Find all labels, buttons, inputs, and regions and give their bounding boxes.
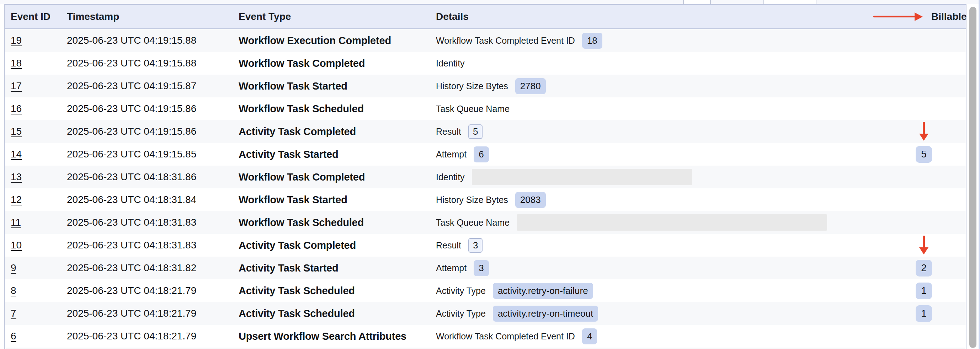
detail-label: Attempt — [436, 263, 466, 273]
event-type: Activity Task Scheduled — [233, 285, 430, 297]
detail-label: History Size Bytes — [436, 195, 508, 205]
event-row[interactable]: 15 2025-06-23 UTC 04:19:15.86 Activity T… — [5, 120, 966, 143]
annotation-arrow-right-icon — [873, 13, 923, 21]
event-row[interactable]: 19 2025-06-23 UTC 04:19:15.88 Workflow E… — [5, 29, 966, 52]
annotation-arrow-down-icon — [919, 122, 928, 141]
event-timestamp: 2025-06-23 UTC 04:19:15.86 — [61, 103, 233, 114]
detail-label: Identity — [436, 172, 465, 182]
event-timestamp: 2025-06-23 UTC 04:19:15.86 — [61, 126, 233, 137]
event-row[interactable]: 14 2025-06-23 UTC 04:19:15.85 Activity T… — [5, 143, 966, 166]
detail-value-badge: activity.retry-on-timeout — [493, 306, 598, 322]
event-type: Workflow Task Started — [233, 194, 430, 206]
event-row[interactable]: 11 2025-06-23 UTC 04:18:31.83 Workflow T… — [5, 211, 966, 234]
detail-label: Workflow Task Completed Event ID — [436, 35, 575, 46]
toolbar-divider — [764, 0, 764, 4]
table-header-row: Event ID Timestamp Event Type Details Bi… — [5, 4, 966, 29]
event-id-link[interactable]: 11 — [11, 217, 21, 228]
event-timestamp: 2025-06-23 UTC 04:18:31.82 — [61, 262, 233, 274]
panel-right-edge — [978, 0, 980, 349]
detail-label: Result — [436, 127, 461, 137]
detail-label: Activity Type — [436, 286, 486, 296]
vertical-scrollbar-track[interactable] — [967, 4, 978, 349]
event-id-link[interactable]: 8 — [11, 285, 16, 296]
billable-actions-badge: 5 — [916, 146, 932, 163]
toolbar-segment — [684, 0, 710, 4]
event-timestamp: 2025-06-23 UTC 04:19:15.87 — [61, 80, 233, 92]
event-type: Workflow Task Scheduled — [233, 217, 430, 228]
detail-value-badge: 3 — [474, 260, 488, 276]
column-header-details: Details — [430, 11, 868, 22]
detail-label: Task Queue Name — [436, 217, 509, 228]
vertical-scrollbar-thumb[interactable] — [969, 7, 977, 348]
event-id-link[interactable]: 19 — [11, 35, 22, 46]
event-timestamp: 2025-06-23 UTC 04:18:31.86 — [61, 171, 233, 183]
event-rows: 19 2025-06-23 UTC 04:19:15.88 Workflow E… — [5, 29, 966, 347]
detail-value-badge: 5 — [468, 124, 482, 139]
event-id-link[interactable]: 14 — [11, 149, 22, 160]
column-header-timestamp: Timestamp — [61, 11, 233, 22]
toolbar-segment — [764, 0, 816, 4]
event-type: Workflow Task Started — [233, 80, 430, 92]
event-row[interactable]: 8 2025-06-23 UTC 04:18:21.79 Activity Ta… — [5, 279, 966, 302]
event-type: Workflow Execution Completed — [233, 35, 430, 46]
detail-label: Activity Type — [436, 308, 486, 319]
event-timestamp: 2025-06-23 UTC 04:18:21.79 — [61, 330, 233, 342]
billable-actions-badge: 1 — [916, 305, 932, 322]
detail-value-badge: activity.retry-on-failure — [493, 283, 593, 299]
toolbar-divider — [683, 0, 684, 4]
top-toolbar-edge — [0, 0, 980, 4]
redacted-value-block — [517, 214, 827, 231]
billable-actions-badge: 1 — [916, 282, 932, 299]
event-row[interactable]: 16 2025-06-23 UTC 04:19:15.86 Workflow T… — [5, 97, 966, 120]
detail-label: Result — [436, 240, 461, 251]
detail-value-badge: 2083 — [515, 192, 546, 208]
event-row[interactable]: 13 2025-06-23 UTC 04:18:31.86 Workflow T… — [5, 166, 966, 188]
event-row[interactable]: 9 2025-06-23 UTC 04:18:31.82 Activity Ta… — [5, 257, 966, 279]
detail-value-badge: 6 — [474, 146, 488, 162]
detail-value-badge: 4 — [582, 328, 597, 344]
event-id-link[interactable]: 6 — [11, 330, 16, 341]
partial-next-row — [6, 347, 965, 349]
event-id-link[interactable]: 17 — [11, 80, 22, 91]
event-timestamp: 2025-06-23 UTC 04:19:15.88 — [61, 35, 233, 46]
column-header-event-type: Event Type — [233, 11, 430, 22]
event-timestamp: 2025-06-23 UTC 04:19:15.88 — [61, 57, 233, 69]
detail-value-badge: 18 — [582, 33, 602, 49]
toolbar-divider — [816, 0, 816, 4]
event-row[interactable]: 7 2025-06-23 UTC 04:18:21.79 Activity Ta… — [5, 302, 966, 325]
event-type: Workflow Task Completed — [233, 171, 430, 183]
event-row[interactable]: 17 2025-06-23 UTC 04:19:15.87 Workflow T… — [5, 75, 966, 97]
detail-label: Workflow Task Completed Event ID — [436, 331, 575, 341]
event-id-link[interactable]: 15 — [11, 126, 22, 137]
event-row[interactable]: 10 2025-06-23 UTC 04:18:31.83 Activity T… — [5, 234, 966, 257]
event-row[interactable]: 18 2025-06-23 UTC 04:19:15.88 Workflow T… — [5, 52, 966, 75]
detail-label: History Size Bytes — [436, 81, 508, 91]
event-id-link[interactable]: 16 — [11, 103, 22, 114]
event-row[interactable]: 12 2025-06-23 UTC 04:18:31.84 Workflow T… — [5, 188, 966, 211]
event-id-link[interactable]: 7 — [11, 308, 16, 319]
event-id-link[interactable]: 10 — [11, 240, 22, 251]
event-type: Activity Task Started — [233, 262, 430, 274]
redacted-value-block — [472, 169, 692, 185]
event-id-link[interactable]: 12 — [11, 194, 22, 205]
event-id-link[interactable]: 13 — [11, 171, 22, 182]
column-header-event-id: Event ID — [5, 11, 61, 22]
event-type: Activity Task Completed — [233, 126, 430, 138]
event-type: Activity Task Completed — [233, 240, 430, 251]
event-timestamp: 2025-06-23 UTC 04:18:31.83 — [61, 217, 233, 228]
event-id-link[interactable]: 9 — [11, 262, 16, 273]
event-timestamp: 2025-06-23 UTC 04:19:15.85 — [61, 149, 233, 160]
toolbar-divider — [710, 0, 711, 4]
billable-actions-badge: 2 — [916, 260, 932, 276]
event-row[interactable]: 6 2025-06-23 UTC 04:18:21.79 Upsert Work… — [5, 325, 966, 347]
detail-label: Attempt — [436, 149, 466, 160]
event-type: Workflow Task Completed — [233, 57, 430, 69]
detail-value-badge: 2780 — [515, 78, 546, 94]
event-timestamp: 2025-06-23 UTC 04:18:21.79 — [61, 285, 233, 297]
event-id-link[interactable]: 18 — [11, 57, 22, 68]
event-history-table: Event ID Timestamp Event Type Details Bi… — [4, 4, 966, 349]
detail-label: Task Queue Name — [436, 104, 509, 114]
detail-label: Identity — [436, 58, 465, 68]
event-timestamp: 2025-06-23 UTC 04:18:31.84 — [61, 194, 233, 205]
detail-value-badge: 3 — [468, 238, 482, 253]
